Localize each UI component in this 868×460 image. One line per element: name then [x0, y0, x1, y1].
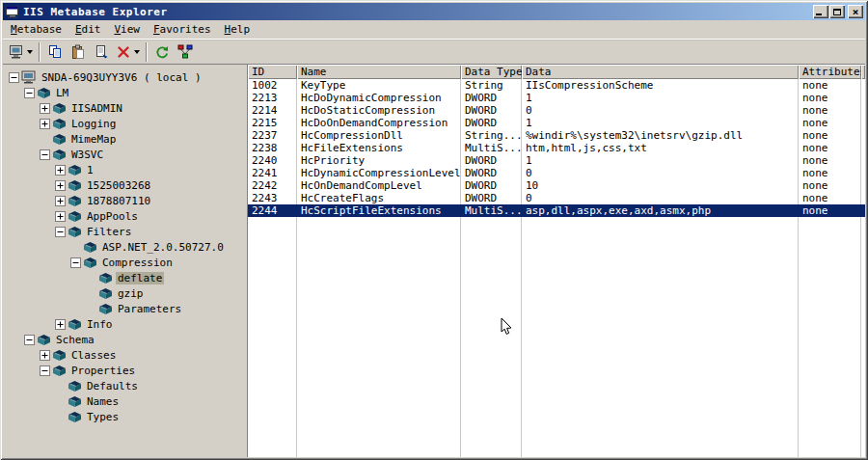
tree-node-apppools[interactable]: AppPools: [5, 208, 242, 224]
menu-edit[interactable]: Edit: [68, 21, 108, 38]
copy-button[interactable]: [44, 41, 66, 63]
table-row-2244[interactable]: 2244HcScriptFileExtensionsMultiS...asp,d…: [248, 204, 865, 217]
cell-type: DWORD: [461, 92, 522, 104]
tree-node-snda-69q3uyy3v6-local[interactable]: SNDA-69Q3UYY3V6 ( local ): [5, 69, 242, 85]
key-node-icon: [83, 241, 97, 254]
table-row-2242[interactable]: 2242HcOnDemandCompLevelDWORD10none: [248, 179, 865, 192]
table-row-2243[interactable]: 2243HcCreateFlagsDWORD0none: [248, 192, 865, 204]
tree-node-schema[interactable]: Schema: [5, 332, 242, 347]
cell-id: 2243: [248, 192, 297, 204]
expand-icon[interactable]: [55, 319, 66, 330]
collapse-icon[interactable]: [70, 257, 81, 268]
tree-node-filters[interactable]: Filters: [5, 224, 242, 239]
minimize-button[interactable]: [813, 5, 828, 18]
expand-icon[interactable]: [55, 180, 66, 191]
tree-node-logging[interactable]: Logging: [5, 116, 242, 131]
tree-node-info[interactable]: Info: [5, 316, 242, 332]
title-bar[interactable]: IIS Metabase Explorer ×: [3, 3, 865, 20]
tree-node-parameters[interactable]: Parameters: [5, 301, 242, 316]
tree-node-compression[interactable]: Compression: [5, 255, 242, 270]
tree-node-deflate[interactable]: deflate: [5, 270, 242, 285]
expand-icon[interactable]: [40, 350, 50, 361]
collapse-icon[interactable]: [40, 149, 50, 160]
tree-node-w3svc[interactable]: W3SVC: [5, 147, 242, 162]
column-header-data-type[interactable]: Data Type: [461, 65, 522, 79]
collapse-icon[interactable]: [24, 335, 35, 345]
table-row-2214[interactable]: 2214HcDoStaticCompressionDWORD0none: [248, 104, 865, 117]
cell-attributes: none: [799, 104, 861, 117]
column-header-id[interactable]: ID: [248, 65, 297, 79]
expand-icon[interactable]: [40, 119, 50, 129]
tree-node-1525003268[interactable]: 1525003268: [5, 177, 242, 193]
tree-node-gzip[interactable]: gzip: [5, 285, 242, 301]
menu-favorites[interactable]: Favorites: [147, 21, 218, 38]
cell-data: 1: [522, 117, 799, 129]
expand-icon[interactable]: [55, 196, 66, 206]
tree-node-defaults[interactable]: Defaults: [5, 378, 242, 393]
table-row-2237[interactable]: 2237HcCompressionDllString...%windir%\sy…: [248, 129, 865, 142]
cell-data: 0: [522, 104, 799, 117]
tree-node-label: Compression: [100, 257, 175, 269]
tree-node-1878807110[interactable]: 1878807110: [5, 193, 242, 208]
collapse-icon[interactable]: [40, 365, 50, 376]
cell-type: DWORD: [461, 117, 522, 129]
table-row-2213[interactable]: 2213HcDoDynamicCompressionDWORD1none: [248, 92, 865, 104]
key-node-icon: [68, 411, 82, 423]
expand-icon[interactable]: [40, 103, 50, 114]
tree-node-1[interactable]: 1: [5, 162, 242, 177]
connect-button[interactable]: [7, 41, 35, 63]
table-row-2238[interactable]: 2238HcFileExtensionsMultiS...htm,html,js…: [248, 142, 865, 154]
maximize-button[interactable]: [829, 5, 845, 18]
expand-icon[interactable]: [55, 165, 66, 176]
table-row-1002[interactable]: 1002KeyTypeStringIIsCompressionSchemenon…: [248, 79, 865, 92]
key-node-icon: [68, 395, 82, 408]
cell-name: HcCompressionDll: [297, 129, 461, 142]
menu-metabase[interactable]: Metabase: [4, 21, 68, 38]
column-header-name[interactable]: Name: [297, 65, 461, 79]
collapse-icon[interactable]: [24, 88, 35, 98]
cell-name: HcDoDynamicCompression: [297, 92, 461, 104]
table-row-2215[interactable]: 2215HcDoOnDemandCompressionDWORD1none: [248, 117, 865, 129]
key-node-icon: [98, 287, 113, 300]
tree-node-properties[interactable]: Properties: [5, 363, 242, 378]
column-header-attributes[interactable]: Attributes: [799, 65, 861, 79]
tree-node-iisadmin[interactable]: IISADMIN: [5, 100, 242, 116]
tree-node-lm[interactable]: LM: [5, 85, 242, 100]
table-row-2241[interactable]: 2241HcDynamicCompressionLevelDWORD0none: [248, 167, 865, 179]
expand-icon[interactable]: [55, 211, 66, 222]
cell-attributes: none: [799, 117, 861, 129]
tree-node-label: AppPools: [85, 210, 140, 223]
collapse-icon[interactable]: [55, 227, 66, 237]
tree-node-classes[interactable]: Classes: [5, 347, 242, 363]
refresh-button[interactable]: [151, 41, 173, 63]
cell-type: DWORD: [461, 167, 522, 179]
tree-node-asp-net-2-0-50727-0[interactable]: ASP.NET_2.0.50727.0: [5, 239, 242, 255]
refresh-icon: [154, 44, 170, 60]
tree-node-label: Filters: [85, 226, 133, 238]
export-button[interactable]: [91, 41, 112, 63]
close-button[interactable]: ×: [848, 5, 863, 18]
tree-node-label: LM: [54, 87, 70, 99]
collapse-icon[interactable]: [9, 72, 19, 83]
computer-icon: [21, 70, 37, 84]
tree-node-types[interactable]: Types: [5, 409, 242, 424]
dropdown-arrow-icon[interactable]: [134, 50, 140, 54]
tree-node-names[interactable]: Names: [5, 393, 242, 409]
cell-type: MultiS...: [461, 142, 522, 154]
delete-button[interactable]: [114, 41, 142, 63]
permissions-button[interactable]: [175, 41, 196, 63]
menu-view[interactable]: View: [107, 21, 147, 38]
column-header-data[interactable]: Data: [522, 65, 799, 79]
column-header-filler: [861, 65, 865, 79]
cell-type: DWORD: [461, 154, 522, 167]
paste-button[interactable]: [68, 41, 89, 63]
cell-data: %windir%\system32\inetsrv\gzip.dll: [522, 129, 799, 142]
dropdown-arrow-icon[interactable]: [27, 50, 33, 54]
tree-node-mimemap[interactable]: MimeMap: [5, 131, 242, 147]
menu-help[interactable]: Help: [218, 21, 258, 38]
cell-attributes: none: [799, 167, 861, 179]
cell-id: 2237: [248, 129, 297, 142]
table-row-2240[interactable]: 2240HcPriorityDWORD1none: [248, 154, 865, 167]
tree-node-label: Defaults: [85, 380, 140, 392]
key-node-icon: [52, 349, 67, 362]
